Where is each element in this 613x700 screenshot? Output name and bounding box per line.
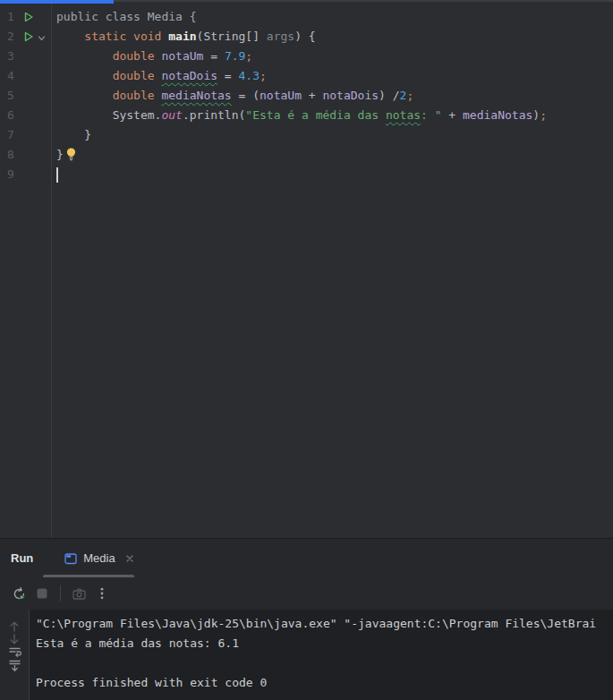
code-lines: 1public class Media {2 static void main(… (0, 7, 613, 184)
code-line[interactable]: 7 } (0, 125, 613, 145)
chevron-down-icon[interactable] (37, 33, 47, 43)
code-line[interactable]: 9 (0, 165, 613, 184)
code-text[interactable]: double mediaNotas = (notaUm + notaDois) … (52, 86, 413, 106)
rerun-button[interactable] (7, 582, 30, 605)
code-text[interactable]: double notaDois = 4.3; (52, 66, 267, 86)
text-caret (56, 167, 58, 183)
run-tab-label: Media (83, 551, 115, 565)
console-output: "C:\Program Files\Java\jdk-25\bin\java.e… (29, 610, 596, 700)
console-gutter-separator (29, 610, 30, 700)
soft-wrap-icon[interactable] (8, 645, 21, 659)
ide-window: 1public class Media {2 static void main(… (0, 0, 613, 700)
line-number[interactable]: 5 (0, 86, 52, 106)
run-tool-window-title: Run (11, 551, 33, 565)
console-nav-bar (0, 610, 29, 700)
camera-snapshot-button[interactable] (67, 582, 90, 605)
run-main-icon[interactable] (22, 30, 35, 43)
line-number[interactable]: 8 (0, 145, 52, 165)
arrow-down-icon[interactable] (8, 633, 21, 645)
console-line[interactable] (36, 653, 596, 673)
code-text[interactable]: static void main(String[] args) { (52, 27, 316, 47)
code-text[interactable]: double notaUm = 7.9; (52, 47, 252, 66)
run-tool-window-header: Run Media (0, 539, 613, 577)
code-line[interactable]: 2 static void main(String[] args) { (0, 27, 613, 47)
more-options-icon[interactable] (90, 582, 114, 605)
code-line[interactable]: 5 double mediaNotas = (notaUm + notaDois… (0, 86, 613, 106)
code-editor[interactable]: 1public class Media {2 static void main(… (0, 4, 613, 538)
code-text[interactable] (52, 165, 58, 184)
line-number[interactable]: 7 (0, 125, 52, 145)
code-line[interactable]: 8} (0, 145, 613, 165)
line-number[interactable]: 9 (0, 165, 52, 184)
console-line[interactable]: "C:\Program Files\Java\jdk-25\bin\java.e… (36, 614, 596, 634)
code-text[interactable]: } (52, 125, 91, 145)
console-line[interactable]: Esta é a média das notas: 6.1 (36, 634, 596, 653)
code-line[interactable]: 1public class Media { (0, 7, 613, 27)
run-class-icon[interactable] (22, 11, 35, 23)
lightbulb-icon[interactable] (64, 147, 78, 161)
run-tab-media[interactable]: Media (51, 539, 147, 577)
code-text[interactable]: System.out.println("Esta é a média das n… (52, 106, 547, 125)
stop-button[interactable] (30, 582, 54, 605)
code-line[interactable]: 3 double notaUm = 7.9; (0, 47, 613, 66)
line-number[interactable]: 6 (0, 106, 52, 125)
console-line[interactable]: Process finished with exit code 0 (36, 673, 596, 693)
code-line[interactable]: 4 double notaDois = 4.3; (0, 66, 613, 86)
line-number[interactable]: 3 (0, 47, 52, 66)
active-run-tab-underline (43, 575, 134, 577)
window-tab-icon (64, 551, 78, 566)
run-tool-window: Run Media (0, 538, 613, 700)
code-line[interactable]: 6 System.out.println("Esta é a média das… (0, 106, 613, 125)
toolbar-separator (60, 585, 61, 602)
line-number[interactable]: 4 (0, 66, 52, 86)
run-toolbar (0, 577, 613, 610)
close-icon[interactable] (124, 553, 135, 564)
code-text[interactable]: } (52, 145, 64, 165)
run-console[interactable]: "C:\Program Files\Java\jdk-25\bin\java.e… (0, 610, 613, 700)
arrow-up-icon[interactable] (8, 620, 21, 633)
scroll-to-end-icon[interactable] (8, 659, 21, 672)
code-text[interactable]: public class Media { (52, 7, 197, 27)
